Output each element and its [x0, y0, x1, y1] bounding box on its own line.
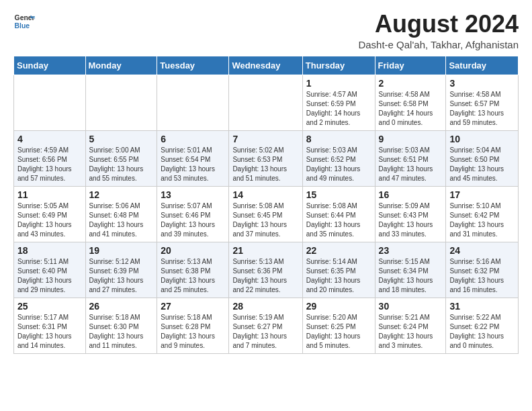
day-number: 5 — [89, 134, 154, 144]
month-year-title: August 2024 — [358, 11, 519, 38]
calendar-cell: 30Sunrise: 5:21 AMSunset: 6:24 PMDayligh… — [375, 298, 446, 353]
day-info: Sunrise: 5:03 AMSunset: 6:52 PMDaylight:… — [306, 146, 371, 183]
day-number: 1 — [306, 78, 371, 89]
calendar-cell — [14, 75, 86, 130]
logo: General Blue — [13, 11, 35, 32]
day-number: 23 — [379, 245, 443, 256]
day-number: 19 — [89, 245, 154, 256]
day-number: 3 — [449, 78, 515, 89]
calendar-cell: 1Sunrise: 4:57 AMSunset: 6:59 PMDaylight… — [302, 75, 375, 130]
day-number: 2 — [379, 78, 443, 89]
day-number: 31 — [449, 301, 515, 312]
col-wednesday: Wednesday — [229, 56, 302, 75]
day-number: 7 — [232, 134, 298, 144]
calendar-cell: 22Sunrise: 5:14 AMSunset: 6:35 PMDayligh… — [302, 242, 375, 298]
day-info: Sunrise: 5:21 AMSunset: 6:24 PMDaylight:… — [379, 313, 443, 351]
day-number: 22 — [306, 245, 371, 256]
calendar-cell: 3Sunrise: 4:58 AMSunset: 6:57 PMDaylight… — [446, 75, 519, 130]
calendar-cell: 31Sunrise: 5:22 AMSunset: 6:22 PMDayligh… — [446, 298, 519, 353]
day-number: 20 — [161, 245, 225, 256]
calendar-cell: 13Sunrise: 5:07 AMSunset: 6:46 PMDayligh… — [157, 186, 229, 242]
calendar-cell: 29Sunrise: 5:20 AMSunset: 6:25 PMDayligh… — [302, 298, 375, 353]
day-info: Sunrise: 5:00 AMSunset: 6:55 PMDaylight:… — [89, 146, 154, 183]
header: General Blue August 2024 Dasht-e Qal'ah,… — [13, 11, 519, 50]
day-info: Sunrise: 5:12 AMSunset: 6:39 PMDaylight:… — [89, 257, 154, 295]
calendar-cell: 26Sunrise: 5:18 AMSunset: 6:30 PMDayligh… — [85, 298, 157, 353]
day-number: 9 — [379, 134, 443, 144]
day-number: 27 — [161, 301, 225, 312]
calendar-cell: 7Sunrise: 5:02 AMSunset: 6:53 PMDaylight… — [229, 130, 302, 186]
calendar-cell: 11Sunrise: 5:05 AMSunset: 6:49 PMDayligh… — [14, 186, 86, 242]
day-info: Sunrise: 4:58 AMSunset: 6:57 PMDaylight:… — [449, 90, 515, 128]
day-info: Sunrise: 5:11 AMSunset: 6:40 PMDaylight:… — [17, 257, 82, 295]
day-number: 21 — [232, 245, 298, 256]
calendar-header-row: Sunday Monday Tuesday Wednesday Thursday… — [14, 56, 519, 75]
day-info: Sunrise: 5:13 AMSunset: 6:38 PMDaylight:… — [161, 257, 225, 295]
calendar-cell: 14Sunrise: 5:08 AMSunset: 6:45 PMDayligh… — [229, 186, 302, 242]
day-number: 28 — [232, 301, 298, 312]
col-sunday: Sunday — [14, 56, 86, 75]
day-info: Sunrise: 5:22 AMSunset: 6:22 PMDaylight:… — [449, 313, 515, 351]
day-number: 17 — [449, 189, 515, 200]
day-info: Sunrise: 5:07 AMSunset: 6:46 PMDaylight:… — [161, 201, 225, 239]
day-info: Sunrise: 5:20 AMSunset: 6:25 PMDaylight:… — [306, 313, 371, 351]
day-number: 14 — [232, 189, 298, 200]
calendar-cell: 4Sunrise: 4:59 AMSunset: 6:56 PMDaylight… — [14, 130, 86, 186]
calendar-cell: 15Sunrise: 5:08 AMSunset: 6:44 PMDayligh… — [302, 186, 375, 242]
day-info: Sunrise: 4:58 AMSunset: 6:58 PMDaylight:… — [379, 90, 443, 128]
calendar-cell — [85, 75, 157, 130]
day-info: Sunrise: 5:03 AMSunset: 6:51 PMDaylight:… — [379, 146, 443, 183]
calendar-week-row-1: 1Sunrise: 4:57 AMSunset: 6:59 PMDaylight… — [14, 75, 519, 130]
location-subtitle: Dasht-e Qal'ah, Takhar, Afghanistan — [358, 39, 519, 50]
calendar-cell: 27Sunrise: 5:18 AMSunset: 6:28 PMDayligh… — [157, 298, 229, 353]
day-info: Sunrise: 5:14 AMSunset: 6:35 PMDaylight:… — [306, 257, 371, 295]
calendar-cell: 2Sunrise: 4:58 AMSunset: 6:58 PMDaylight… — [375, 75, 446, 130]
svg-text:Blue: Blue — [15, 22, 30, 30]
col-friday: Friday — [375, 56, 446, 75]
day-number: 10 — [449, 134, 515, 144]
calendar-cell: 20Sunrise: 5:13 AMSunset: 6:38 PMDayligh… — [157, 242, 229, 298]
calendar-cell: 6Sunrise: 5:01 AMSunset: 6:54 PMDaylight… — [157, 130, 229, 186]
day-info: Sunrise: 5:10 AMSunset: 6:42 PMDaylight:… — [449, 201, 515, 239]
calendar-cell: 10Sunrise: 5:04 AMSunset: 6:50 PMDayligh… — [446, 130, 519, 186]
day-info: Sunrise: 5:15 AMSunset: 6:34 PMDaylight:… — [379, 257, 443, 295]
day-number: 8 — [306, 134, 371, 144]
day-info: Sunrise: 5:18 AMSunset: 6:28 PMDaylight:… — [161, 313, 225, 351]
calendar-cell: 18Sunrise: 5:11 AMSunset: 6:40 PMDayligh… — [14, 242, 86, 298]
day-number: 25 — [17, 301, 82, 312]
calendar-week-row-5: 25Sunrise: 5:17 AMSunset: 6:31 PMDayligh… — [14, 298, 519, 353]
logo-icon: General Blue — [13, 11, 35, 32]
calendar-table: Sunday Monday Tuesday Wednesday Thursday… — [13, 56, 519, 354]
calendar-cell: 17Sunrise: 5:10 AMSunset: 6:42 PMDayligh… — [446, 186, 519, 242]
day-number: 4 — [17, 134, 82, 144]
day-info: Sunrise: 5:02 AMSunset: 6:53 PMDaylight:… — [232, 146, 298, 183]
day-info: Sunrise: 5:09 AMSunset: 6:43 PMDaylight:… — [379, 201, 443, 239]
day-info: Sunrise: 5:05 AMSunset: 6:49 PMDaylight:… — [17, 201, 82, 239]
day-info: Sunrise: 5:08 AMSunset: 6:45 PMDaylight:… — [232, 201, 298, 239]
calendar-cell: 21Sunrise: 5:13 AMSunset: 6:36 PMDayligh… — [229, 242, 302, 298]
day-info: Sunrise: 5:19 AMSunset: 6:27 PMDaylight:… — [232, 313, 298, 351]
day-info: Sunrise: 5:06 AMSunset: 6:48 PMDaylight:… — [89, 201, 154, 239]
calendar-cell: 23Sunrise: 5:15 AMSunset: 6:34 PMDayligh… — [375, 242, 446, 298]
calendar-week-row-3: 11Sunrise: 5:05 AMSunset: 6:49 PMDayligh… — [14, 186, 519, 242]
calendar-cell: 28Sunrise: 5:19 AMSunset: 6:27 PMDayligh… — [229, 298, 302, 353]
title-block: August 2024 Dasht-e Qal'ah, Takhar, Afgh… — [358, 11, 519, 50]
day-number: 30 — [379, 301, 443, 312]
day-number: 29 — [306, 301, 371, 312]
page: General Blue August 2024 Dasht-e Qal'ah,… — [0, 0, 532, 365]
col-thursday: Thursday — [302, 56, 375, 75]
day-number: 11 — [17, 189, 82, 200]
calendar-week-row-2: 4Sunrise: 4:59 AMSunset: 6:56 PMDaylight… — [14, 130, 519, 186]
day-number: 15 — [306, 189, 371, 200]
day-number: 13 — [161, 189, 225, 200]
day-number: 6 — [161, 134, 225, 144]
calendar-cell: 5Sunrise: 5:00 AMSunset: 6:55 PMDaylight… — [85, 130, 157, 186]
calendar-cell: 12Sunrise: 5:06 AMSunset: 6:48 PMDayligh… — [85, 186, 157, 242]
day-info: Sunrise: 5:04 AMSunset: 6:50 PMDaylight:… — [449, 146, 515, 183]
day-info: Sunrise: 5:13 AMSunset: 6:36 PMDaylight:… — [232, 257, 298, 295]
calendar-cell: 25Sunrise: 5:17 AMSunset: 6:31 PMDayligh… — [14, 298, 86, 353]
calendar-cell — [157, 75, 229, 130]
day-info: Sunrise: 5:18 AMSunset: 6:30 PMDaylight:… — [89, 313, 154, 351]
calendar-week-row-4: 18Sunrise: 5:11 AMSunset: 6:40 PMDayligh… — [14, 242, 519, 298]
day-number: 18 — [17, 245, 82, 256]
